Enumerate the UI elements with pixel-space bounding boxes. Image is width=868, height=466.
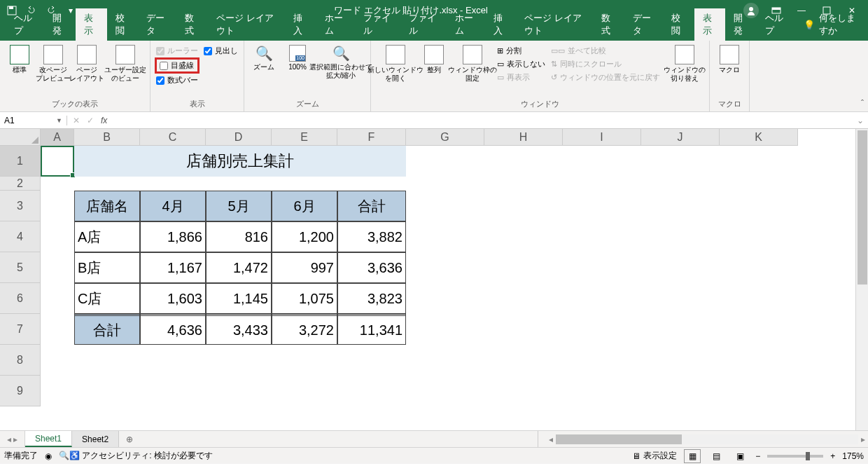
new-window-button[interactable]: 新しいウィンドウ を開く	[375, 43, 416, 84]
tab-ヘルプ[interactable]: ヘルプ	[6, 8, 44, 41]
title-cell[interactable]: 店舗別売上集計	[74, 146, 406, 177]
tab-開発[interactable]: 開発	[725, 8, 757, 41]
view-pagebreak-icon[interactable]: ▣	[732, 449, 748, 463]
horizontal-scrollbar[interactable]	[556, 434, 858, 444]
tab-挿入[interactable]: 挿入	[285, 8, 316, 41]
tab-ヘルプ[interactable]: ヘルプ	[757, 8, 795, 41]
tab-数式[interactable]: 数式	[593, 8, 624, 41]
name-box[interactable]: A1▼	[0, 116, 67, 125]
view-normal-icon[interactable]: ▦	[684, 449, 701, 463]
tab-挿入[interactable]: 挿入	[485, 8, 517, 41]
cell[interactable]: 1,145	[206, 283, 272, 314]
row-header-4[interactable]: 4	[0, 221, 41, 252]
switch-window-button[interactable]: ウィンドウの 切り替え	[664, 43, 705, 84]
col-header-B[interactable]: B	[74, 129, 140, 146]
cell[interactable]: 合計	[337, 191, 406, 221]
cell[interactable]: 店舗名	[74, 191, 140, 221]
row-header-3[interactable]: 3	[0, 191, 41, 221]
row-header-1[interactable]: 1	[0, 146, 41, 177]
sheet-tab-Sheet1[interactable]: Sheet1	[25, 431, 72, 447]
cell[interactable]: 1,866	[140, 221, 206, 252]
tab-ページ レイアウト[interactable]: ページ レイアウト	[208, 8, 285, 41]
tab-表示[interactable]: 表示	[694, 8, 726, 41]
col-header-D[interactable]: D	[206, 129, 272, 146]
cell[interactable]: 4,636	[140, 314, 206, 345]
zoom-slider[interactable]	[767, 455, 823, 458]
tab-数式[interactable]: 数式	[176, 8, 208, 41]
view-pagelayout-button[interactable]: ページ レイアウト	[71, 43, 102, 84]
arrange-button[interactable]: 整列	[419, 43, 449, 76]
display-settings-button[interactable]: 🖥表示設定	[632, 450, 677, 462]
view-pagelayout-icon[interactable]: ▤	[708, 449, 724, 463]
col-header-H[interactable]: H	[484, 129, 563, 146]
macro-button[interactable]: マクロ	[714, 43, 745, 76]
freeze-panes-button[interactable]: ウィンドウ枠の 固定	[452, 43, 493, 84]
col-header-I[interactable]: I	[563, 129, 641, 146]
sheet-nav-prev[interactable]: ◂ ▸	[0, 431, 25, 447]
tab-校閲[interactable]: 校閲	[107, 8, 139, 41]
tab-ファイル[interactable]: ファイル	[400, 8, 446, 41]
cell[interactable]: 1,472	[206, 252, 272, 283]
zoom-out-button[interactable]: −	[755, 451, 760, 461]
cell[interactable]: 3,882	[337, 221, 406, 252]
scrollbar-thumb[interactable]	[858, 130, 867, 285]
collapse-ribbon-icon[interactable]: ˆ	[861, 99, 864, 109]
macro-record-icon[interactable]: ◉	[45, 451, 52, 461]
cell[interactable]: 1,603	[140, 283, 206, 314]
add-sheet-button[interactable]: ⊕	[119, 431, 140, 447]
cell[interactable]: 6月	[272, 191, 337, 221]
col-header-A[interactable]: A	[41, 129, 74, 146]
split-button[interactable]: ⊞分割	[496, 45, 547, 57]
cell[interactable]: 816	[206, 221, 272, 252]
cell[interactable]: 3,636	[337, 252, 406, 283]
tab-表示[interactable]: 表示	[76, 8, 107, 41]
col-header-F[interactable]: F	[337, 129, 406, 146]
col-header-E[interactable]: E	[272, 129, 337, 146]
view-customview-button[interactable]: ユーザー設定 のビュー	[105, 43, 146, 84]
row-header-5[interactable]: 5	[0, 252, 41, 283]
cell[interactable]: 1,200	[272, 221, 337, 252]
scroll-right-icon[interactable]: ▸	[861, 434, 865, 444]
tab-ホーム[interactable]: ホーム	[316, 8, 355, 41]
row-header-6[interactable]: 6	[0, 283, 41, 314]
cell[interactable]: 合計	[74, 314, 140, 345]
sheet-tab-Sheet2[interactable]: Sheet2	[72, 431, 119, 447]
row-header-9[interactable]: 9	[0, 376, 41, 406]
view-normal-button[interactable]: 標準	[4, 43, 35, 76]
tab-ページ レイアウト[interactable]: ページ レイアウト	[516, 8, 593, 41]
cell[interactable]: 4月	[140, 191, 206, 221]
accessibility-status[interactable]: 🔍♿ アクセシビリティ: 検討が必要です	[59, 450, 213, 462]
tellme-button[interactable]: 💡 何をしますか	[795, 8, 868, 41]
vertical-scrollbar[interactable]	[855, 129, 868, 430]
cell[interactable]: 3,272	[272, 314, 337, 345]
cell[interactable]: 11,341	[337, 314, 406, 345]
tab-開発[interactable]: 開発	[44, 8, 76, 41]
view-pagebreak-button[interactable]: 改ページ プレビュー	[38, 43, 69, 84]
formula-input[interactable]	[113, 112, 853, 128]
cell[interactable]: 5月	[206, 191, 272, 221]
tab-ファイル[interactable]: ファイル	[355, 8, 400, 41]
cell[interactable]: 1,075	[272, 283, 337, 314]
worksheet-grid[interactable]: ABCDEFGHIJK 123456789 店舗別売上集計店舗名4月5月6月合計…	[0, 129, 868, 430]
zoom-100-button[interactable]: 100100%	[282, 43, 313, 73]
cell[interactable]: 1,167	[140, 252, 206, 283]
scroll-left-icon[interactable]: ◂	[549, 434, 553, 444]
col-header-K[interactable]: K	[720, 129, 798, 146]
expand-formula-icon[interactable]: ⌄	[853, 116, 868, 125]
horizontal-splitter[interactable]	[538, 431, 546, 447]
tab-校閲[interactable]: 校閲	[663, 8, 694, 41]
zoom-in-button[interactable]: +	[830, 451, 835, 461]
row-header-2[interactable]: 2	[0, 177, 41, 191]
col-header-J[interactable]: J	[641, 129, 720, 146]
select-all-button[interactable]	[0, 129, 41, 146]
col-header-G[interactable]: G	[406, 129, 484, 146]
tab-データ[interactable]: データ	[624, 8, 663, 41]
zoom-button[interactable]: 🔍ズーム	[248, 43, 279, 73]
fx-icon[interactable]: fx	[101, 116, 107, 125]
zoom-slider-knob[interactable]	[806, 452, 810, 460]
col-header-C[interactable]: C	[140, 129, 206, 146]
row-header-8[interactable]: 8	[0, 345, 41, 376]
chevron-down-icon[interactable]: ▼	[56, 117, 62, 124]
cell[interactable]: 997	[272, 252, 337, 283]
zoom-level[interactable]: 175%	[842, 451, 864, 461]
